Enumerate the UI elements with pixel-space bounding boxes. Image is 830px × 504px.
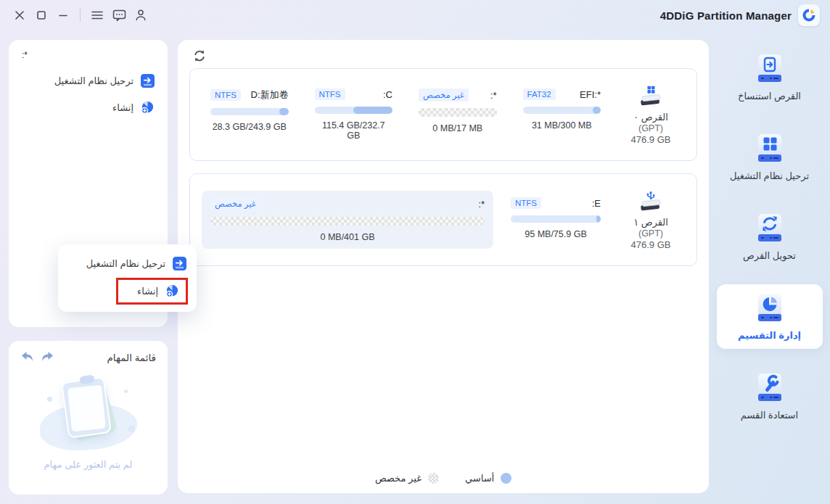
sidebar-item-label: تحويل القرص xyxy=(743,250,796,261)
filesystem-badge: غير مخصص xyxy=(210,197,260,210)
usage-text: 115.4 GB/232.7 GB xyxy=(315,120,393,141)
sidebar-item-partition-recovery[interactable]: استعادة القسم xyxy=(717,364,823,429)
usage-bar xyxy=(315,107,393,114)
partition-e[interactable]: :E NTFS 95 MB/75.9 GB xyxy=(502,191,609,249)
basic-swatch-icon xyxy=(501,473,511,484)
partition-d[interactable]: D:新加卷 NTFS 28.3 GB/243.9 GB xyxy=(202,82,297,147)
disk-size: 476.9 GB xyxy=(631,239,671,250)
action-label: إنشاء xyxy=(112,102,133,113)
menu-icon[interactable] xyxy=(86,4,108,26)
task-list-title: قائمة المهام xyxy=(107,352,156,363)
windows-disk-icon xyxy=(636,85,665,111)
migrate-os-small-icon xyxy=(173,257,186,270)
disk-row-1: القرص ١ (GPT) 476.9 GB :E NTFS 95 MB/75.… xyxy=(189,173,697,266)
disk-partition-table: (GPT) xyxy=(638,123,663,133)
minimize-icon[interactable] xyxy=(52,4,74,26)
disk-name: القرص ١ xyxy=(633,217,668,228)
filesystem-badge: غير مخصص xyxy=(419,88,469,102)
highlight-box: إنشاء xyxy=(116,278,188,305)
sidebar-item-migrate-os[interactable]: ترحيل نظام التشغيل xyxy=(717,125,823,189)
app-logo-icon xyxy=(798,4,820,26)
redo-icon[interactable] xyxy=(40,351,54,363)
partition-recovery-disk-icon xyxy=(753,371,786,405)
sidebar-item-clone-disk[interactable]: القرص استنساخ xyxy=(717,45,823,110)
unallocated-swatch-icon xyxy=(428,473,439,484)
disk-info[interactable]: القرص ١ (GPT) 476.9 GB xyxy=(614,190,688,250)
feedback-icon[interactable] xyxy=(108,4,130,26)
partition-label: :* xyxy=(478,199,485,210)
empty-tasks-illustration xyxy=(34,372,143,453)
partition-manage-disk-icon xyxy=(753,292,786,325)
migrate-os-small-icon xyxy=(141,74,155,88)
context-menu-label: إنشاء xyxy=(137,286,158,297)
sidebar-item-label: القرص استنساخ xyxy=(738,91,801,102)
empty-tasks-text: لم يتم العثور على مهام xyxy=(20,459,156,470)
usage-bar xyxy=(511,215,601,223)
app-window: 4DDiG Partition Manager القرص استنساخ xyxy=(0,0,830,504)
disk-row-0: القرص ٠ (GPT) 476.9 GB EFI:* FAT32 31 MB… xyxy=(189,68,697,161)
sidebar-item-label: ترحيل نظام التشغيل xyxy=(730,170,809,181)
context-menu-item-create[interactable]: إنشاء xyxy=(137,283,179,299)
disk-partition-table: (GPT) xyxy=(638,228,663,239)
usage-text: 31 MB/300 MB xyxy=(523,120,601,131)
filesystem-badge: FAT32 xyxy=(523,88,556,100)
app-title: 4DDiG Partition Manager xyxy=(660,9,792,22)
partition-label: :C xyxy=(383,89,393,100)
action-label: ترحيل نظام التشغيل xyxy=(54,75,133,86)
partition-label: EFI:* xyxy=(580,89,601,100)
legend-label: أساسي xyxy=(465,473,494,484)
context-menu: ترحيل نظام التشغيل إنشاء xyxy=(58,244,197,312)
partition-label: :E xyxy=(592,198,601,209)
sidebar-item-partition-management[interactable]: إدارة التقسيم xyxy=(717,284,823,349)
legend-label: غير مخصص xyxy=(375,473,422,484)
disk-info[interactable]: القرص ٠ (GPT) 476.9 GB xyxy=(614,85,688,145)
disk-map-panel: القرص ٠ (GPT) 476.9 GB EFI:* FAT32 31 MB… xyxy=(178,40,709,493)
action-create[interactable]: إنشاء xyxy=(20,94,156,121)
usage-text: 28.3 GB/243.9 GB xyxy=(210,122,289,132)
partition-unallocated[interactable]: :* غير مخصص 0 MB/17 MB xyxy=(410,82,506,147)
partition-label: :* xyxy=(490,90,497,101)
sidebar-item-label: استعادة القسم xyxy=(741,410,798,421)
usage-bar xyxy=(523,107,601,114)
context-menu-item-migrate-os[interactable]: ترحيل نظام التشغيل xyxy=(67,253,188,274)
sidebar-nav: القرص استنساخ ترحيل نظام التشغيل xyxy=(709,33,830,504)
close-icon[interactable] xyxy=(9,4,30,26)
action-migrate-os[interactable]: ترحيل نظام التشغيل xyxy=(20,67,156,94)
task-list-panel: قائمة المهام xyxy=(9,341,168,495)
sidebar-item-label: إدارة التقسيم xyxy=(738,330,801,341)
disk-size: 476.9 GB xyxy=(631,134,671,145)
partition-label: D:新加卷 xyxy=(251,88,289,102)
filesystem-badge: NTFS xyxy=(315,88,345,100)
legend-unallocated: غير مخصص xyxy=(375,473,439,484)
create-partition-icon xyxy=(141,101,155,115)
partition-c[interactable]: :C NTFS 115.4 GB/232.7 GB xyxy=(306,82,402,147)
partition-efi[interactable]: EFI:* FAT32 31 MB/300 MB xyxy=(514,82,610,147)
refresh-icon[interactable] xyxy=(191,47,208,65)
titlebar: 4DDiG Partition Manager xyxy=(0,0,830,30)
filesystem-badge: NTFS xyxy=(210,89,241,101)
migrate-os-disk-icon xyxy=(753,132,786,165)
convert-disk-icon xyxy=(753,212,786,245)
legend-basic: أساسي xyxy=(465,473,511,484)
undo-icon[interactable] xyxy=(20,351,35,363)
usage-text: 0 MB/401 GB xyxy=(210,232,485,242)
partition-legend: أساسي غير مخصص xyxy=(178,473,709,484)
partition-unallocated-selected[interactable]: :* غير مخصص 0 MB/401 GB xyxy=(202,191,493,249)
account-icon[interactable] xyxy=(130,4,152,26)
disk-name: القرص ٠ xyxy=(633,112,668,123)
usb-disk-icon xyxy=(636,190,665,216)
usage-text: 95 MB/75.9 GB xyxy=(511,229,601,239)
sidebar-item-convert-disk[interactable]: تحويل القرص xyxy=(717,205,823,269)
filesystem-badge: NTFS xyxy=(511,197,541,209)
usage-bar xyxy=(419,108,497,117)
create-partition-icon xyxy=(165,284,179,298)
usage-bar xyxy=(210,217,485,226)
usage-bar xyxy=(210,108,289,115)
clone-disk-icon xyxy=(753,52,786,86)
usage-text: 0 MB/17 MB xyxy=(419,123,497,133)
titlebar-separator xyxy=(80,9,81,22)
selected-partition-label: :* xyxy=(20,47,156,67)
context-menu-label: ترحيل نظام التشغيل xyxy=(86,258,165,269)
maximize-icon[interactable] xyxy=(30,4,52,26)
